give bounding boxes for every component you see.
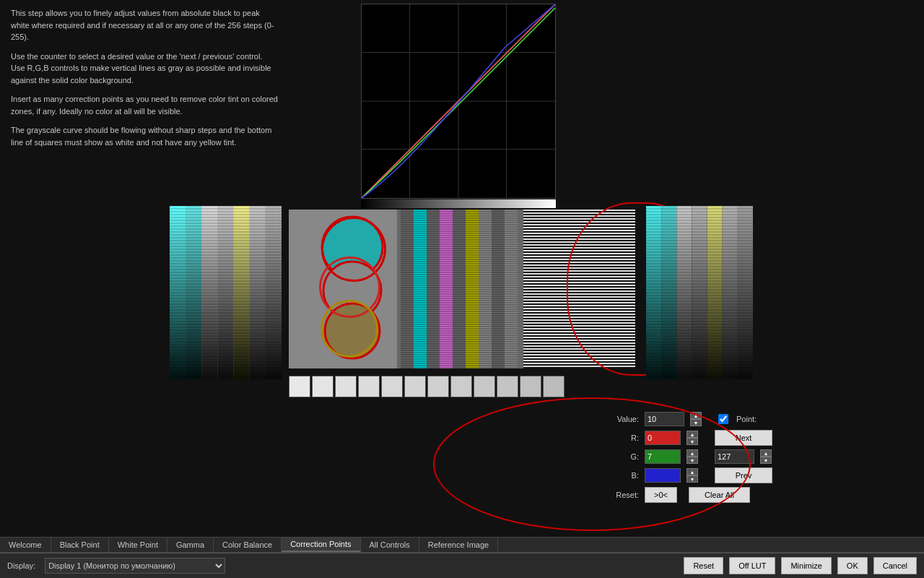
instruction-p4: The grayscale curve should be flowing wi… xyxy=(11,124,278,148)
b-row: B: ▲ ▼ Prev xyxy=(599,467,924,483)
left-test-image xyxy=(170,206,282,379)
right-test-image xyxy=(646,206,753,379)
display-select[interactable]: Display 1 (Монитор по умолчанию) xyxy=(45,558,225,574)
prev-button[interactable]: Prev xyxy=(715,467,772,483)
instruction-p2: Use the counter to select a desired valu… xyxy=(11,51,278,87)
gray-square-6 xyxy=(404,376,426,397)
gray-square-4 xyxy=(358,376,380,397)
r-input[interactable] xyxy=(645,431,681,445)
b-label: B: xyxy=(599,471,639,480)
instruction-p1: This step allows you to finely adjust va… xyxy=(11,7,278,43)
curve-graph xyxy=(361,4,556,199)
clear-all-button[interactable]: Clear All xyxy=(689,487,750,503)
bottom-bar: Display: Display 1 (Монитор по умолчанию… xyxy=(0,553,924,578)
off-lut-button[interactable]: Off LUT xyxy=(729,557,775,574)
g-down[interactable]: ▼ xyxy=(687,457,698,464)
g2-spinner[interactable]: ▲ ▼ xyxy=(760,449,772,464)
r-row: R: ▲ ▼ Next xyxy=(599,430,924,446)
point-label: Point: xyxy=(736,415,757,423)
g-up[interactable]: ▲ xyxy=(687,449,698,457)
tab-gamma[interactable]: Gamma xyxy=(167,538,214,552)
g2-input[interactable] xyxy=(715,449,754,464)
tab-all-controls[interactable]: All Controls xyxy=(361,538,419,552)
g-input[interactable] xyxy=(645,449,681,464)
g-row: G: ▲ ▼ ▲ ▼ xyxy=(599,449,924,464)
b-input[interactable] xyxy=(645,468,681,483)
b-down[interactable]: ▼ xyxy=(687,475,698,483)
instruction-p3: Insert as many correction points as you … xyxy=(11,93,278,117)
gray-square-11 xyxy=(520,376,541,397)
reset-button[interactable]: Reset xyxy=(684,557,723,574)
tab-color-balance[interactable]: Color Balance xyxy=(214,538,282,552)
display-label: Display: xyxy=(7,561,35,570)
reset-row: Reset: >0< Clear All xyxy=(599,487,924,503)
cancel-button[interactable]: Cancel xyxy=(873,557,917,574)
gray-square-9 xyxy=(474,376,495,397)
gray-square-1 xyxy=(289,376,310,397)
value-label: Value: xyxy=(599,415,639,423)
gray-square-3 xyxy=(335,376,357,397)
reset-small-button[interactable]: >0< xyxy=(645,487,677,503)
gray-square-12 xyxy=(543,376,565,397)
point-checkbox[interactable] xyxy=(718,414,728,424)
value-input[interactable]: 10 xyxy=(645,412,684,426)
r-label: R: xyxy=(599,434,639,442)
gray-square-7 xyxy=(427,376,449,397)
b-spinner[interactable]: ▲ ▼ xyxy=(687,468,698,483)
reset-label: Reset: xyxy=(599,491,639,499)
gray-square-10 xyxy=(497,376,518,397)
tab-white-point[interactable]: White Point xyxy=(109,538,167,552)
ok-button[interactable]: OK xyxy=(837,557,868,574)
r-spinner[interactable]: ▲ ▼ xyxy=(687,431,698,445)
value-up[interactable]: ▲ xyxy=(690,412,702,419)
g-label: G: xyxy=(599,452,639,461)
value-spinner[interactable]: ▲ ▼ xyxy=(690,412,702,426)
value-down[interactable]: ▼ xyxy=(690,419,702,426)
controls-area: Value: 10 ▲ ▼ Point: R: ▲ ▼ xyxy=(289,405,924,510)
tab-black-point[interactable]: Black Point xyxy=(51,538,109,552)
tabs-bar: Welcome Black Point White Point Gamma Co… xyxy=(0,537,924,553)
gradient-bar xyxy=(361,199,556,208)
next-button[interactable]: Next xyxy=(715,430,772,446)
gray-square-2 xyxy=(312,376,334,397)
tab-reference-image[interactable]: Reference Image xyxy=(419,538,498,552)
value-row: Value: 10 ▲ ▼ Point: xyxy=(599,412,924,426)
g-spinner[interactable]: ▲ ▼ xyxy=(687,449,698,464)
r-up[interactable]: ▲ xyxy=(687,431,698,438)
b-up[interactable]: ▲ xyxy=(687,468,698,475)
gray-square-5 xyxy=(381,376,403,397)
visual-area: Value: 10 ▲ ▼ Point: R: ▲ ▼ xyxy=(289,0,924,545)
gray-square-8 xyxy=(450,376,472,397)
circle-bottom xyxy=(321,300,378,358)
g2-up[interactable]: ▲ xyxy=(760,449,772,457)
minimize-button[interactable]: Minimize xyxy=(781,557,831,574)
center-test-image xyxy=(289,210,635,368)
r-down[interactable]: ▼ xyxy=(687,438,698,445)
tab-welcome[interactable]: Welcome xyxy=(0,538,51,552)
g2-down[interactable]: ▼ xyxy=(760,457,772,464)
grayscale-squares-row xyxy=(289,376,565,397)
tab-correction-points[interactable]: Correction Points xyxy=(282,538,360,552)
